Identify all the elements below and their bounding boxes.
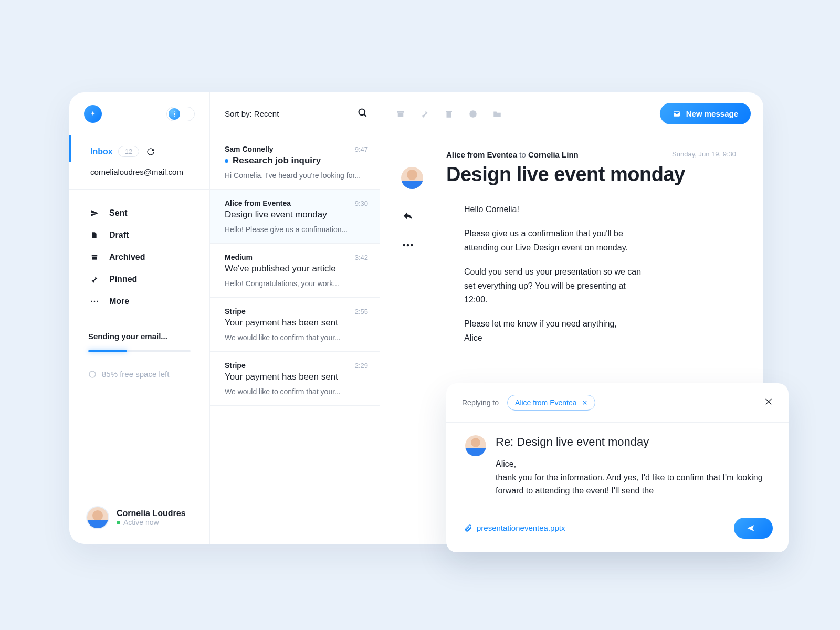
nav-label: Sent	[109, 208, 128, 218]
reply-textarea[interactable]: Alice, thank you for the information. An…	[496, 457, 770, 498]
snooze-icon[interactable]	[468, 109, 478, 119]
remove-chip-icon[interactable]	[582, 400, 587, 405]
avatar	[86, 506, 109, 529]
archive-icon[interactable]	[396, 109, 405, 119]
sidebar: Inbox 12 cornelialoudres@mail.com Sent D…	[69, 92, 210, 544]
sidebar-item-archived[interactable]: Archived	[69, 246, 209, 268]
svg-rect-5	[92, 255, 98, 256]
nav-label: Archived	[109, 253, 145, 262]
avatar	[465, 435, 486, 456]
message-list: Sort by: Recent Sam Connelly9:47 Researc…	[210, 92, 380, 544]
svg-rect-13	[397, 111, 404, 113]
svg-point-17	[469, 110, 477, 118]
svg-line-12	[364, 114, 366, 116]
svg-rect-6	[92, 257, 97, 260]
sidebar-item-inbox[interactable]: Inbox 12	[69, 135, 209, 162]
close-icon[interactable]	[764, 397, 773, 408]
message-item[interactable]: Sam Connelly9:47 Research job inquiry Hi…	[210, 135, 380, 190]
message-item[interactable]: Stripe2:55 Your payment has been sent We…	[210, 298, 380, 352]
sidebar-item-more[interactable]: More	[69, 290, 209, 312]
send-message-button[interactable]	[734, 518, 773, 539]
sending-label: Sending your email...	[88, 332, 191, 341]
pin-icon[interactable]	[420, 109, 429, 119]
svg-point-10	[89, 371, 96, 377]
sort-dropdown[interactable]: Sort by: Recent	[225, 109, 279, 118]
more-icon	[90, 300, 100, 302]
storage-icon	[88, 370, 97, 379]
free-space-label: 85% free space left	[102, 370, 169, 379]
folder-icon[interactable]	[492, 109, 502, 119]
file-icon	[90, 231, 100, 239]
reply-icon[interactable]	[401, 210, 415, 224]
svg-point-21	[411, 244, 413, 247]
mail-icon	[673, 110, 681, 118]
replying-to-label: Replying to	[462, 398, 499, 407]
svg-point-11	[359, 109, 365, 115]
attachment-link[interactable]: presentationeventea.pptx	[464, 523, 565, 532]
nav-list: Sent Draft Archived Pinned More	[69, 190, 209, 319]
svg-point-20	[407, 244, 410, 247]
nav-label: Pinned	[109, 275, 137, 284]
account-email: cornelialoudres@mail.com	[69, 162, 209, 189]
svg-point-0	[173, 113, 175, 115]
sparkle-icon	[89, 110, 97, 118]
profile-card[interactable]: Cornelia Loudres Active now	[69, 494, 209, 544]
svg-rect-16	[446, 111, 452, 112]
sending-progress: Sending your email...	[69, 319, 209, 356]
search-icon[interactable]	[358, 108, 368, 120]
more-icon[interactable]	[402, 239, 414, 249]
reply-subject: Re: Design live event monday	[496, 435, 770, 449]
sender-avatar	[401, 167, 423, 189]
progress-bar	[88, 350, 191, 352]
new-message-button[interactable]: New message	[660, 103, 751, 124]
sidebar-item-pinned[interactable]: Pinned	[69, 268, 209, 290]
online-dot-icon	[117, 521, 120, 524]
paper-plane-icon	[90, 209, 100, 217]
svg-point-8	[94, 301, 96, 302]
theme-toggle[interactable]	[166, 107, 195, 121]
message-item[interactable]: Medium3:42 We've published your article …	[210, 244, 380, 298]
profile-status: Active now	[117, 518, 186, 527]
svg-rect-15	[447, 112, 452, 118]
message-item[interactable]: Stripe2:29 Your payment has been sent We…	[210, 352, 380, 406]
message-item[interactable]: Alice from Eventea9:30 Design live event…	[210, 190, 380, 244]
sidebar-item-sent[interactable]: Sent	[69, 202, 209, 224]
send-icon	[747, 524, 755, 532]
sidebar-item-draft[interactable]: Draft	[69, 224, 209, 246]
inbox-count-badge: 12	[118, 146, 139, 157]
mail-date: Sunday, Jun 19, 9:30	[672, 150, 736, 158]
mail-title: Design live event monday	[402, 163, 728, 186]
inbox-label: Inbox	[90, 147, 113, 156]
archive-icon	[90, 254, 100, 261]
unread-dot-icon	[225, 159, 228, 163]
svg-point-9	[97, 301, 98, 302]
svg-rect-14	[398, 113, 404, 117]
svg-point-7	[91, 301, 92, 302]
reply-composer: Replying to Alice from Eventea Re: Desig…	[446, 383, 789, 552]
pin-icon	[90, 275, 100, 284]
paperclip-icon	[464, 524, 472, 532]
sun-icon	[172, 111, 177, 117]
trash-icon[interactable]	[444, 109, 454, 119]
recipient-chip[interactable]: Alice from Eventea	[507, 395, 595, 411]
nav-label: Draft	[109, 230, 129, 240]
refresh-icon[interactable]	[146, 148, 155, 156]
nav-label: More	[109, 297, 129, 306]
app-logo[interactable]	[84, 105, 102, 123]
svg-point-19	[403, 244, 405, 247]
profile-name: Cornelia Loudres	[117, 509, 186, 518]
free-space-row: 85% free space left	[69, 356, 209, 379]
mail-body: Hello Cornelia! Please give us a confirm…	[402, 186, 644, 345]
